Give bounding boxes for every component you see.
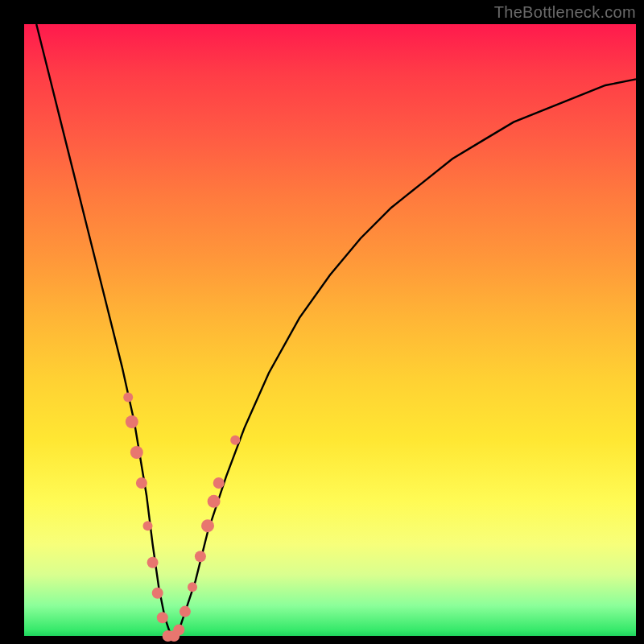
bottleneck-curve — [36, 24, 636, 636]
watermark-text: TheBottleneck.com — [494, 3, 636, 22]
curve-marker — [123, 393, 133, 402]
curve-marker — [136, 477, 147, 489]
curve-marker — [147, 557, 159, 568]
plot-area — [24, 24, 636, 636]
curve-marker — [143, 521, 153, 530]
curve-marker — [195, 551, 206, 562]
chart-frame: TheBottleneck.com — [0, 0, 644, 644]
curve-marker — [208, 495, 221, 508]
curve-marker — [130, 446, 143, 459]
curve-markers — [123, 393, 240, 642]
curve-marker — [126, 415, 138, 428]
curve-marker — [201, 519, 214, 532]
curve-marker — [157, 612, 168, 623]
curve-marker — [180, 606, 191, 617]
chart-svg — [24, 24, 636, 636]
curve-marker — [230, 436, 240, 445]
curve-marker — [173, 624, 184, 635]
curve-marker — [213, 477, 225, 489]
curve-marker — [152, 588, 163, 599]
curve-marker — [188, 582, 197, 592]
